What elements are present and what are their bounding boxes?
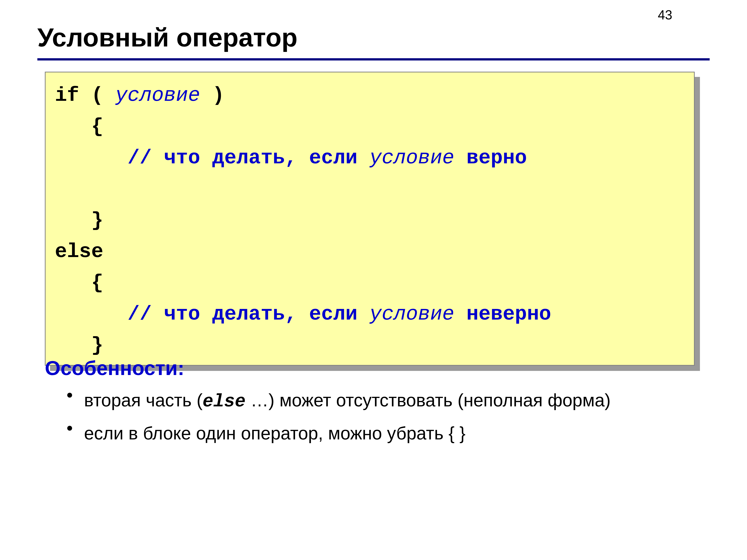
features-list: вторая часть (else …) может отсутствоват… — [67, 387, 710, 446]
slide-title: Условный оператор — [37, 22, 710, 53]
slide: 43 Условный оператор if ( условие ) { //… — [0, 0, 747, 560]
code-condition-1: условие — [115, 84, 200, 107]
code-comment-2b: неверно — [454, 303, 563, 325]
code-if-close: ) — [200, 84, 225, 107]
code-comment-1-cond: условие — [369, 146, 454, 169]
code-else: else — [55, 240, 103, 263]
code-block-wrap: if ( условие ) { // что делать, если усл… — [45, 72, 695, 366]
code-comment-2a: // что делать, если — [128, 303, 369, 325]
code-brace-close-2: } — [55, 334, 103, 357]
code-comment-1a: // что делать, если — [128, 146, 369, 169]
code-block: if ( условие ) { // что делать, если усл… — [45, 72, 695, 366]
code-if: if ( — [55, 84, 115, 107]
page-number: 43 — [658, 7, 672, 22]
code-comment-1b: верно — [454, 146, 539, 169]
code-pad-2 — [55, 303, 128, 325]
features-heading: Особенности: — [45, 356, 710, 380]
code-pad-1 — [55, 146, 128, 169]
code-comment-2-cond: условие — [369, 303, 454, 325]
code-brace-open-1: { — [55, 115, 103, 138]
title-underline — [37, 58, 710, 60]
feature-item-1: вторая часть (else …) может отсутствоват… — [67, 387, 710, 415]
feature-1-else: else — [203, 392, 246, 412]
code-brace-open-2: { — [55, 271, 103, 294]
code-brace-close-1: } — [55, 209, 103, 232]
feature-2-text: если в блоке один оператор, можно убрать… — [84, 423, 466, 443]
feature-item-2: если в блоке один оператор, можно убрать… — [67, 420, 710, 446]
feature-1-text-a: вторая часть ( — [84, 390, 203, 410]
feature-1-text-b: …) может отсутствовать (неполная форма) — [246, 390, 611, 410]
